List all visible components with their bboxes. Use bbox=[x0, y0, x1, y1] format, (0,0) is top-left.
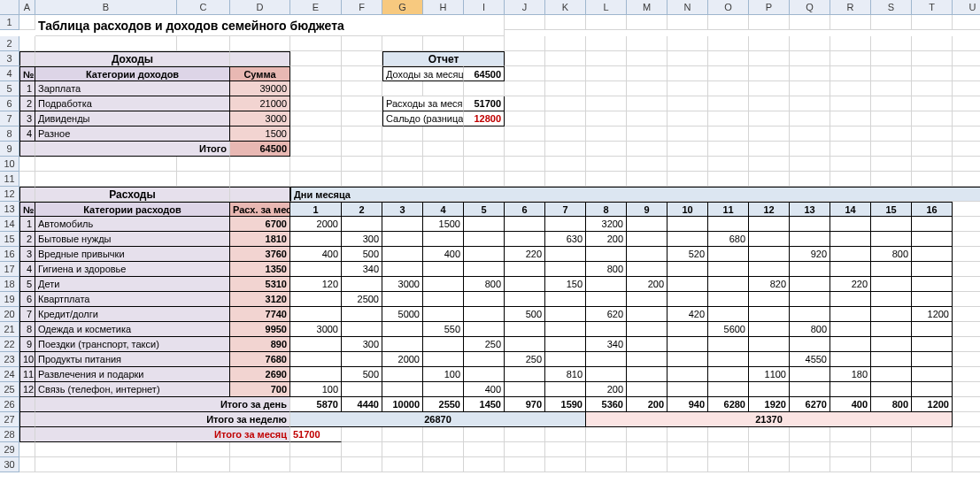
cell-empty[interactable] bbox=[627, 96, 667, 111]
exp-cell[interactable]: 340 bbox=[342, 262, 382, 277]
row-header-22[interactable]: 22 bbox=[0, 337, 19, 352]
exp-cell[interactable] bbox=[464, 307, 505, 322]
cell-empty[interactable] bbox=[667, 36, 708, 51]
cell-empty[interactable] bbox=[708, 157, 749, 172]
cell-empty[interactable] bbox=[830, 15, 871, 30]
exp-cell[interactable]: 620 bbox=[586, 307, 627, 322]
col-header-N[interactable]: N bbox=[667, 0, 708, 15]
exp-cell[interactable] bbox=[423, 307, 464, 322]
exp-cell[interactable]: 420 bbox=[667, 307, 708, 322]
exp-cell[interactable] bbox=[423, 277, 464, 292]
exp-cell[interactable] bbox=[667, 367, 708, 382]
cell-empty[interactable] bbox=[830, 172, 871, 187]
exp-cell[interactable] bbox=[749, 352, 790, 367]
exp-cell[interactable]: 3000 bbox=[290, 322, 342, 337]
cell-empty[interactable] bbox=[545, 36, 586, 51]
cell-empty[interactable] bbox=[627, 142, 667, 157]
exp-cell[interactable] bbox=[382, 337, 423, 352]
cell-empty[interactable] bbox=[953, 427, 980, 442]
exp-cell[interactable] bbox=[790, 277, 830, 292]
col-header-A[interactable]: A bbox=[19, 0, 35, 15]
cell-empty[interactable] bbox=[953, 126, 980, 142]
cell-empty[interactable] bbox=[464, 126, 505, 142]
exp-cell[interactable] bbox=[423, 232, 464, 247]
cell-empty[interactable] bbox=[749, 126, 790, 142]
exp-cell[interactable] bbox=[423, 382, 464, 397]
cell-empty[interactable] bbox=[912, 96, 953, 111]
cell-empty[interactable] bbox=[871, 126, 912, 142]
cell-empty[interactable] bbox=[749, 427, 790, 442]
cell-empty[interactable] bbox=[290, 36, 342, 51]
cell-empty[interactable] bbox=[545, 457, 586, 472]
exp-cell[interactable]: 220 bbox=[505, 247, 545, 262]
cell-empty[interactable] bbox=[342, 157, 382, 172]
exp-cell[interactable]: 800 bbox=[790, 322, 830, 337]
row-header-6[interactable]: 6 bbox=[0, 96, 19, 111]
exp-cell[interactable] bbox=[545, 307, 586, 322]
exp-cell[interactable]: 400 bbox=[423, 247, 464, 262]
row-header-4[interactable]: 4 bbox=[0, 66, 19, 81]
cell-empty[interactable] bbox=[290, 442, 342, 457]
exp-cell[interactable] bbox=[871, 292, 912, 307]
cell-empty[interactable] bbox=[586, 81, 627, 96]
exp-cell[interactable] bbox=[627, 292, 667, 307]
exp-cell[interactable] bbox=[423, 337, 464, 352]
exp-cell[interactable] bbox=[342, 217, 382, 232]
cell-empty[interactable] bbox=[464, 157, 505, 172]
cell-empty[interactable] bbox=[464, 427, 505, 442]
cell-empty[interactable] bbox=[382, 36, 423, 51]
exp-cell[interactable] bbox=[749, 217, 790, 232]
row-header-15[interactable]: 15 bbox=[0, 232, 19, 247]
exp-cell[interactable] bbox=[749, 382, 790, 397]
cell-empty[interactable] bbox=[505, 457, 545, 472]
cell-empty[interactable] bbox=[382, 457, 423, 472]
exp-cell[interactable] bbox=[912, 292, 953, 307]
cell-empty[interactable] bbox=[586, 457, 627, 472]
row-header-19[interactable]: 19 bbox=[0, 292, 19, 307]
cell-empty[interactable] bbox=[830, 457, 871, 472]
exp-cell[interactable] bbox=[790, 337, 830, 352]
cell-empty[interactable] bbox=[749, 142, 790, 157]
exp-cell[interactable] bbox=[627, 307, 667, 322]
exp-cell[interactable]: 630 bbox=[545, 232, 586, 247]
cell-empty[interactable] bbox=[912, 457, 953, 472]
cell-empty[interactable] bbox=[871, 111, 912, 126]
exp-cell[interactable] bbox=[790, 262, 830, 277]
exp-cell[interactable] bbox=[708, 337, 749, 352]
cell-empty[interactable] bbox=[830, 126, 871, 142]
cell-empty[interactable] bbox=[177, 157, 230, 172]
cell-empty[interactable] bbox=[505, 36, 545, 51]
exp-cell[interactable] bbox=[290, 232, 342, 247]
exp-cell[interactable]: 800 bbox=[871, 247, 912, 262]
cell-empty[interactable] bbox=[912, 157, 953, 172]
cell-empty[interactable] bbox=[545, 427, 586, 442]
row-header-27[interactable]: 27 bbox=[0, 412, 19, 427]
cell-empty[interactable] bbox=[749, 442, 790, 457]
cell-empty[interactable] bbox=[545, 51, 586, 66]
exp-cell[interactable] bbox=[382, 322, 423, 337]
cell-empty[interactable] bbox=[464, 36, 505, 51]
exp-cell[interactable]: 120 bbox=[290, 277, 342, 292]
exp-cell[interactable] bbox=[627, 382, 667, 397]
row-header-1[interactable]: 1 bbox=[0, 15, 19, 30]
exp-cell[interactable] bbox=[871, 337, 912, 352]
exp-cell[interactable] bbox=[912, 232, 953, 247]
exp-cell[interactable] bbox=[871, 382, 912, 397]
cell-empty[interactable] bbox=[19, 36, 35, 51]
row-header-13[interactable]: 13 bbox=[0, 202, 19, 217]
cell-empty[interactable] bbox=[871, 51, 912, 66]
cell-empty[interactable] bbox=[586, 51, 627, 66]
exp-cell[interactable] bbox=[545, 322, 586, 337]
row-header-24[interactable]: 24 bbox=[0, 367, 19, 382]
cell-empty[interactable] bbox=[830, 51, 871, 66]
exp-cell[interactable] bbox=[790, 382, 830, 397]
cell-empty[interactable] bbox=[708, 81, 749, 96]
cell-empty[interactable] bbox=[953, 15, 980, 30]
cell-empty[interactable] bbox=[230, 157, 290, 172]
cell-empty[interactable] bbox=[464, 442, 505, 457]
cell-empty[interactable] bbox=[830, 142, 871, 157]
exp-cell[interactable] bbox=[423, 352, 464, 367]
cell-empty[interactable] bbox=[953, 142, 980, 157]
cell-empty[interactable] bbox=[382, 157, 423, 172]
cell-empty[interactable] bbox=[290, 111, 342, 126]
